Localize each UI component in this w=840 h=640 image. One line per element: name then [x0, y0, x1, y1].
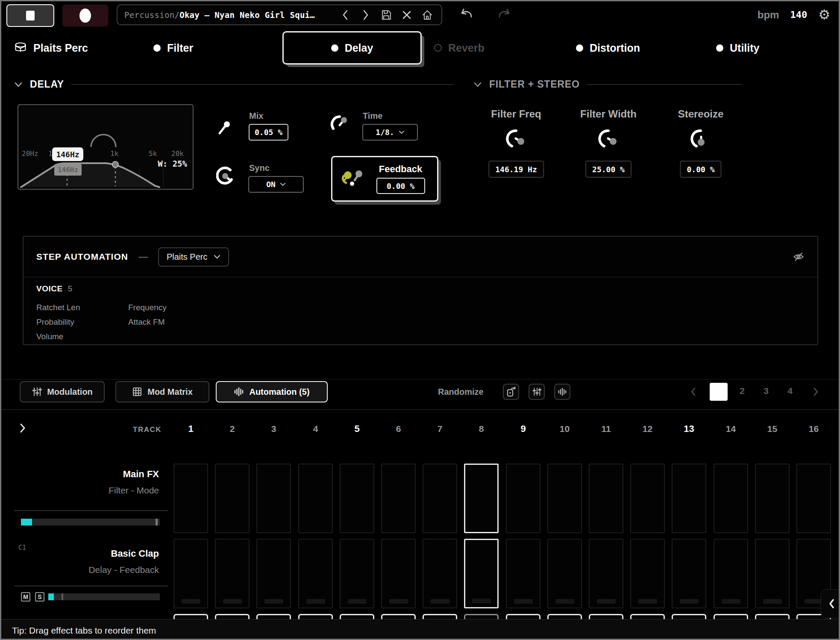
automation-target-dropdown[interactable]: Plaits Perc — [158, 247, 229, 267]
mix-knob-icon[interactable] — [215, 119, 233, 137]
randomize-dice-button[interactable] — [503, 384, 519, 400]
step-number[interactable]: 8 — [464, 423, 499, 435]
step-number[interactable]: 3 — [256, 423, 291, 435]
solo-button[interactable]: S — [35, 592, 44, 602]
modulation-button[interactable]: Modulation — [20, 381, 105, 402]
step-cell[interactable] — [173, 539, 208, 608]
filter-freq-knob[interactable] — [505, 127, 528, 152]
step-number[interactable]: 16 — [796, 423, 831, 435]
step-cell[interactable] — [714, 539, 748, 608]
step-number[interactable]: 10 — [547, 423, 582, 435]
settings-gear-icon[interactable]: ⚙ — [818, 8, 830, 21]
step-cell[interactable] — [630, 464, 665, 533]
step-cell[interactable] — [464, 464, 499, 533]
mute-button[interactable]: M — [21, 592, 30, 602]
automation-button[interactable]: Automation (5) — [216, 381, 328, 402]
filter-width-knob[interactable] — [597, 127, 620, 152]
step-number[interactable]: 6 — [381, 423, 416, 435]
undo-button[interactable] — [459, 6, 474, 21]
redo-button[interactable] — [497, 6, 511, 21]
tab-utility[interactable]: Utility — [716, 31, 759, 65]
step-cell[interactable] — [506, 464, 540, 533]
step-cell[interactable] — [381, 539, 416, 608]
step-number[interactable]: 9 — [506, 423, 540, 435]
time-knob-icon[interactable] — [329, 114, 350, 135]
step-cell[interactable] — [547, 539, 582, 608]
chevron-down-icon[interactable] — [14, 82, 23, 88]
step-number[interactable]: 14 — [714, 423, 748, 435]
close-preset-button[interactable] — [399, 8, 414, 22]
prev-preset-button[interactable] — [338, 8, 352, 22]
step-cell[interactable] — [340, 464, 374, 533]
filter-freq-value[interactable]: 146.19 Hz — [488, 161, 544, 178]
automation-param[interactable]: Frequency — [128, 300, 220, 315]
page-active-indicator[interactable] — [710, 383, 728, 401]
page-prev-button[interactable] — [690, 387, 696, 396]
tab-plaits-perc[interactable]: Plaits Perc — [14, 31, 88, 65]
automation-param[interactable]: Attack FM — [128, 315, 220, 329]
step-cell[interactable] — [298, 539, 333, 608]
step-number[interactable]: 12 — [630, 423, 665, 435]
bpm-value[interactable]: 140 — [790, 9, 807, 20]
page-number[interactable]: 2 — [734, 386, 751, 396]
tab-reverb[interactable]: Reverb — [434, 31, 485, 65]
automation-param[interactable]: Volume — [36, 329, 128, 344]
time-dropdown[interactable]: 1/8. — [362, 124, 418, 141]
track1-slider[interactable] — [21, 519, 160, 526]
delay-filter-graph[interactable]: 20Hz1001k5k20k 146Hz 146Hz W: 25% — [18, 104, 194, 190]
step-cell[interactable] — [298, 464, 333, 533]
collapse-panel-button[interactable] — [821, 589, 840, 618]
next-preset-button[interactable] — [358, 8, 373, 22]
tab-filter[interactable]: Filter — [153, 31, 193, 65]
step-cell[interactable] — [589, 539, 623, 608]
sync-knob-icon[interactable] — [216, 166, 237, 187]
step-number[interactable]: 13 — [672, 423, 706, 435]
tab-distortion[interactable]: Distortion — [576, 31, 640, 65]
step-cell[interactable] — [796, 464, 831, 533]
step-cell[interactable] — [215, 464, 250, 533]
step-number[interactable]: 1 — [173, 423, 208, 435]
track1-name[interactable]: Main FX — [1, 469, 159, 480]
mod-matrix-button[interactable]: Mod Matrix — [115, 381, 209, 402]
step-number[interactable]: 2 — [215, 423, 250, 435]
page-number[interactable]: 4 — [781, 386, 799, 396]
step-cell[interactable] — [672, 539, 706, 608]
step-cell[interactable] — [215, 539, 250, 608]
step-cell[interactable] — [630, 539, 665, 608]
randomize-modulation-button[interactable] — [529, 384, 545, 400]
step-cell[interactable] — [464, 539, 499, 608]
mix-value[interactable]: 0.05 % — [249, 124, 288, 141]
page-next-button[interactable] — [813, 387, 819, 396]
step-cell[interactable] — [423, 539, 457, 608]
sync-dropdown[interactable]: ON — [248, 176, 304, 193]
step-number[interactable]: 7 — [423, 423, 457, 435]
tab-delay-selected[interactable]: Delay — [282, 31, 422, 65]
step-cell[interactable] — [381, 464, 416, 533]
step-number[interactable]: 4 — [298, 423, 333, 435]
step-cell[interactable] — [506, 539, 540, 608]
feedback-value[interactable]: 0.00 % — [376, 178, 425, 194]
stereoize-value[interactable]: 0.00 % — [680, 161, 721, 178]
step-cell[interactable] — [423, 464, 457, 533]
preset-browser-bar[interactable]: Percussion/Okay — Nyan Neko Girl Squi… — [117, 4, 442, 25]
step-cell[interactable] — [340, 539, 374, 608]
step-number[interactable]: 5 — [340, 423, 374, 435]
stereoize-knob[interactable] — [689, 127, 712, 152]
automation-param[interactable]: Ratchet Len — [36, 300, 128, 315]
feedback-highlight-box[interactable]: Feedback 0.00 % — [331, 156, 438, 202]
track2-name[interactable]: Basic Clap — [1, 548, 159, 559]
step-number[interactable]: 11 — [589, 423, 623, 435]
page-number[interactable]: 3 — [758, 386, 775, 396]
chevron-down-icon[interactable] — [473, 82, 482, 88]
expand-tracks-button[interactable] — [19, 423, 26, 434]
stop-button[interactable] — [6, 4, 54, 27]
step-cell[interactable] — [672, 464, 706, 533]
step-cell[interactable] — [256, 539, 291, 608]
save-preset-button[interactable] — [379, 8, 394, 22]
step-cell[interactable] — [714, 464, 748, 533]
home-button[interactable] — [420, 8, 435, 22]
step-number[interactable]: 15 — [755, 423, 790, 435]
step-cell[interactable] — [256, 464, 291, 533]
track2-slider[interactable] — [48, 593, 160, 600]
filter-width-value[interactable]: 25.00 % — [585, 161, 631, 178]
